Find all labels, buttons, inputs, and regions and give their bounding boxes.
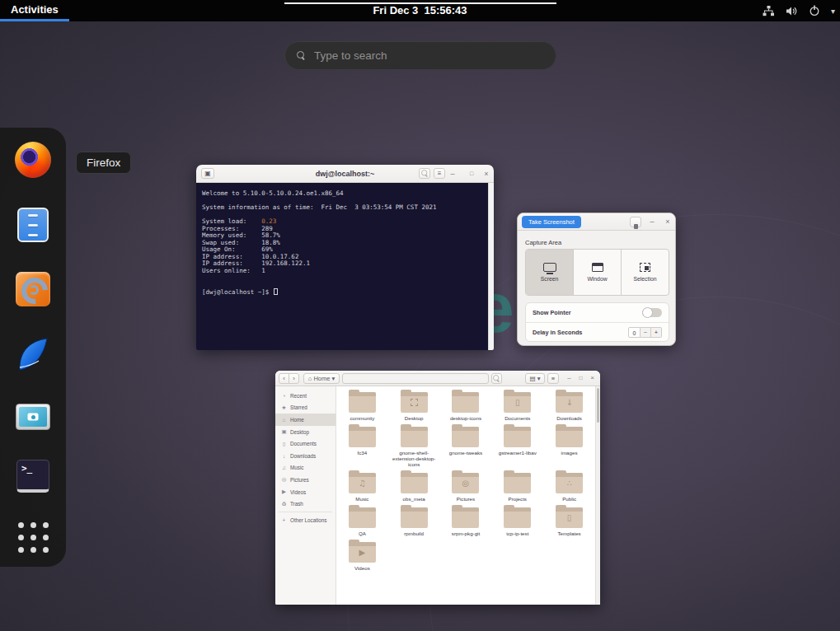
folder-item[interactable]: ▶ Videos bbox=[337, 542, 387, 571]
dock-item-terminal[interactable]: >_ bbox=[13, 460, 53, 493]
path-bar[interactable] bbox=[342, 373, 489, 384]
sidebar-item-icon: ▣ bbox=[281, 428, 287, 435]
clock-button[interactable]: Fri Dec 3 15:56:43 bbox=[373, 0, 467, 21]
folder-item[interactable]: images bbox=[545, 427, 594, 467]
folder-item[interactable]: gnome-tweaks bbox=[441, 427, 490, 467]
view-toggle-button[interactable]: ▤ ▾ bbox=[525, 373, 545, 384]
dock-item-files[interactable] bbox=[13, 208, 53, 242]
folder-emblem-icon: ↓ bbox=[565, 399, 572, 407]
take-screenshot-dialog[interactable]: Take Screenshot – × Capture Area Screen … bbox=[517, 213, 676, 346]
swirl-app-icon bbox=[16, 272, 50, 306]
system-tray[interactable]: ▾ bbox=[763, 0, 835, 21]
folder-item[interactable]: ▯ Templates bbox=[545, 507, 594, 536]
folder-item[interactable]: obs_meta bbox=[389, 473, 439, 502]
mode-window[interactable]: Window bbox=[574, 250, 622, 295]
folder-name: Projects bbox=[509, 496, 527, 502]
terminal-headerbar: dwj@localhost:~ ▣ ≡ – □ × bbox=[196, 165, 494, 183]
sidebar-item-other-locations[interactable]: + Other Locations bbox=[275, 514, 336, 526]
dock-item-screenshot[interactable] bbox=[13, 404, 53, 430]
close-button[interactable]: × bbox=[663, 214, 673, 229]
terminal-window[interactable]: dwj@localhost:~ ▣ ≡ – □ × Welcome to 5.1… bbox=[196, 165, 494, 350]
folder-item[interactable]: desktop-icons bbox=[441, 392, 490, 421]
folder-icon bbox=[504, 427, 531, 447]
files-grid: community Desktop desktop-icons ▯ Docume… bbox=[336, 386, 595, 605]
folder-item[interactable]: QA bbox=[337, 507, 387, 536]
folder-item[interactable]: Projects bbox=[493, 473, 542, 502]
terminal-output: Welcome to 5.10.0-5.10.0.24.oe1.x86_64Sy… bbox=[196, 183, 488, 350]
terminal-scrollbar[interactable] bbox=[488, 183, 494, 350]
sidebar-item-starred[interactable]: ★ Starred bbox=[275, 402, 336, 414]
sidebar-item-home[interactable]: ⌂ Home bbox=[275, 414, 336, 426]
menu-button[interactable] bbox=[630, 217, 641, 227]
show-pointer-toggle[interactable] bbox=[642, 308, 662, 317]
close-button[interactable]: × bbox=[588, 372, 597, 385]
sidebar-item-icon: ▯ bbox=[281, 441, 287, 447]
search-icon bbox=[493, 375, 500, 382]
folder-item[interactable]: ♫ Music bbox=[337, 473, 387, 502]
search-button[interactable] bbox=[491, 373, 502, 384]
chevron-down-icon: ▾ bbox=[537, 374, 541, 383]
sidebar-item-videos[interactable]: ▶ Videos bbox=[275, 486, 336, 498]
take-screenshot-title-button[interactable]: Take Screenshot bbox=[522, 216, 581, 228]
overview-search-bar[interactable] bbox=[284, 41, 556, 70]
list-view-icon: ▤ bbox=[530, 374, 536, 383]
folder-item[interactable]: srpm-pkg-git bbox=[441, 507, 490, 536]
folder-icon: ∴ bbox=[556, 473, 583, 493]
folder-icon bbox=[401, 473, 428, 493]
delay-decrease-button[interactable]: − bbox=[641, 327, 651, 338]
folder-icon: ◎ bbox=[452, 473, 479, 493]
new-tab-button[interactable]: ▣ bbox=[201, 168, 214, 179]
wireshark-icon bbox=[14, 336, 52, 374]
dock-item-swirl-app[interactable] bbox=[13, 272, 53, 306]
dock-item-firefox[interactable] bbox=[13, 142, 53, 178]
activities-button[interactable]: Activities bbox=[0, 0, 69, 21]
app-grid-button[interactable] bbox=[13, 522, 53, 553]
menu-button[interactable]: ≡ bbox=[547, 373, 559, 384]
menu-button[interactable]: ≡ bbox=[434, 168, 445, 179]
search-input[interactable] bbox=[314, 49, 544, 62]
sidebar-item-documents[interactable]: ▯ Documents bbox=[275, 437, 336, 450]
search-button[interactable] bbox=[419, 168, 430, 179]
dock-item-wireshark[interactable] bbox=[13, 336, 53, 374]
folder-item[interactable]: gnome-shell-extension-desktop-icons bbox=[389, 427, 439, 467]
maximize-button[interactable]: □ bbox=[467, 166, 476, 181]
delay-row: Delay in Seconds 0 − + bbox=[526, 323, 669, 342]
forward-button[interactable]: › bbox=[289, 373, 299, 384]
folder-item[interactable]: ▯ Documents bbox=[493, 392, 542, 421]
folder-icon bbox=[349, 427, 376, 447]
chevron-down-icon: ▾ bbox=[831, 7, 835, 16]
mode-selection[interactable]: Selection bbox=[622, 250, 669, 295]
sidebar-item-recent[interactable]: ◔ Recent bbox=[275, 390, 336, 402]
delay-value[interactable]: 0 bbox=[628, 327, 641, 338]
delay-increase-button[interactable]: + bbox=[651, 327, 662, 338]
files-scrollbar[interactable] bbox=[595, 386, 600, 605]
folder-item[interactable]: rpmbuild bbox=[389, 507, 439, 536]
mode-screen[interactable]: Screen bbox=[526, 250, 574, 295]
folder-item[interactable]: fc34 bbox=[337, 427, 387, 467]
minimize-button[interactable]: – bbox=[565, 372, 574, 385]
folder-name: QA bbox=[359, 531, 366, 536]
location-label: Home bbox=[313, 374, 330, 383]
sidebar-item-desktop[interactable]: ▣ Desktop bbox=[275, 426, 336, 438]
folder-item[interactable]: ◎ Pictures bbox=[441, 473, 490, 502]
sidebar-item-downloads[interactable]: ↓ Downloads bbox=[275, 450, 336, 462]
location-button[interactable]: ⌂ Home ▾ bbox=[303, 373, 340, 384]
minimize-button[interactable]: – bbox=[647, 214, 657, 229]
folder-item[interactable]: Desktop bbox=[389, 392, 439, 421]
folder-item[interactable]: gstreamer1-libav bbox=[493, 427, 542, 467]
sidebar-item-music[interactable]: ♫ Music bbox=[275, 462, 336, 474]
minimize-button[interactable]: – bbox=[448, 166, 458, 181]
files-window[interactable]: ‹ › ⌂ Home ▾ ▤ ▾ ≡ – □ × ◔ Recent ★ Star… bbox=[275, 371, 600, 605]
sidebar-item-pictures[interactable]: ◎ Pictures bbox=[275, 474, 336, 486]
folder-item[interactable]: community bbox=[337, 392, 387, 421]
folder-item[interactable]: ↓ Downloads bbox=[545, 392, 594, 421]
sidebar-item-trash[interactable]: ♻ Trash bbox=[275, 498, 336, 510]
sidebar-item-icon: ↓ bbox=[281, 453, 287, 459]
capture-area-label: Capture Area bbox=[525, 239, 561, 246]
folder-item[interactable]: ∴ Public bbox=[545, 473, 594, 502]
maximize-button[interactable]: □ bbox=[576, 372, 585, 385]
sidebar-item-label: Desktop bbox=[290, 429, 309, 435]
folder-item[interactable]: tcp-ip-test bbox=[493, 507, 542, 536]
close-button[interactable]: × bbox=[481, 166, 491, 181]
folder-icon bbox=[452, 507, 479, 528]
